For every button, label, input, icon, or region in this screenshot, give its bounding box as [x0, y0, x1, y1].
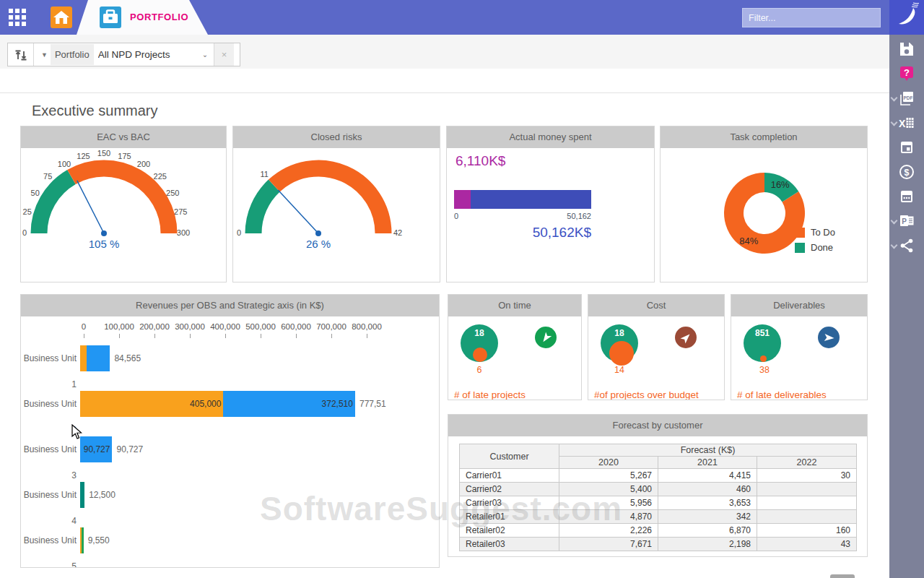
chevron-down-icon[interactable] — [891, 217, 898, 225]
panel-title: On time — [448, 295, 581, 316]
forecast-table: Customer Forecast (K$) 2020 2021 2022 Ca… — [459, 444, 857, 551]
customer-cell: Carrier03 — [460, 496, 559, 510]
baseline-calendar-icon[interactable] — [889, 139, 924, 156]
svg-text:?: ? — [904, 67, 910, 78]
gauge-tick: 150 — [97, 149, 110, 158]
clear-portfolio-button[interactable]: × — [214, 43, 234, 66]
customer-cell: Retailer03 — [460, 538, 559, 551]
panel-deliverables: Deliverables 851 38 # of late deliverabl… — [731, 294, 868, 400]
tune-icon[interactable] — [8, 43, 34, 66]
panel-eac-vs-bac: EAC vs BAC 02550751001251501752002252502… — [20, 126, 227, 282]
axis-max: 50,162 — [567, 212, 591, 220]
svg-text:$: $ — [905, 168, 910, 178]
panel-title: Deliverables — [731, 295, 867, 316]
gauge-tick: 200 — [137, 160, 150, 168]
powerpoint-export-icon: P — [898, 212, 915, 230]
late-deliverables-circle — [760, 355, 767, 362]
spent-bullet-bar — [454, 190, 591, 209]
caret-down-icon[interactable]: ▼ — [41, 51, 48, 59]
customer-cell: Carrier01 — [460, 469, 559, 483]
x-axis-tick — [261, 334, 261, 338]
powerpoint-export-row[interactable]: P — [889, 212, 924, 230]
tab-portfolio-label: PORTFOLIO — [130, 0, 188, 35]
forecast-cell — [757, 483, 857, 496]
excel-export-icon: X — [898, 114, 915, 131]
kpi-caption: # of late deliverables — [737, 389, 827, 400]
x-axis-label: 800,000 — [345, 322, 388, 331]
forecast-cell: 3,653 — [658, 496, 757, 510]
bar-category-label: Business Unit 4 — [21, 482, 80, 534]
late-deliverables-count: 38 — [750, 365, 779, 375]
bar-segment: 90,727 — [80, 436, 112, 462]
table-row: Retailer037,6712,19843 — [460, 538, 857, 551]
over-budget-count: 14 — [605, 365, 634, 375]
share-row[interactable] — [889, 237, 924, 254]
bar-segment: 405,000 — [80, 391, 223, 417]
pdf-export-row[interactable]: PDF — [889, 90, 924, 107]
bar-category-label: Business Unit 1 — [21, 345, 80, 397]
filter-input[interactable] — [742, 8, 881, 27]
app-grid-icon[interactable] — [7, 7, 27, 27]
total-value: 50,162K$ — [454, 225, 591, 241]
panel-title: Closed risks — [233, 126, 440, 148]
bar-row: Business Unit 59,550 — [21, 527, 439, 568]
forecast-cell: 5,956 — [559, 496, 658, 510]
chevron-down-icon[interactable] — [891, 119, 898, 126]
chevron-down-icon[interactable] — [891, 95, 898, 102]
bar-row: Business Unit 390,72790,727 — [21, 436, 439, 482]
schedule-calendar-icon[interactable] — [889, 188, 924, 205]
late-count: 6 — [465, 365, 494, 375]
x-axis-tick — [84, 334, 84, 338]
briefcase-icon[interactable] — [100, 7, 121, 28]
closed-risks-gauge: 0114226 % — [233, 148, 440, 267]
svg-text:P: P — [902, 217, 907, 225]
forecast-cell: 5,267 — [559, 469, 658, 483]
forecast-cell: 2,198 — [658, 538, 757, 551]
spent-axis: 0 50,162 — [454, 212, 591, 220]
x-axis-tick — [154, 334, 155, 338]
panel-task-completion: Task completion 84%16% To Do Done — [660, 126, 868, 282]
gauge-tick: 300 — [177, 228, 190, 237]
panel-title: Revenues per OBS and Strategic axis (in … — [21, 295, 439, 316]
panel-title: Forecast by customer — [448, 415, 867, 436]
bar-segment — [82, 527, 83, 553]
bar-total-label: 12,500 — [89, 482, 116, 508]
help-icon[interactable]: ? — [889, 65, 924, 82]
home-icon[interactable] — [51, 7, 72, 28]
bar-total-label: 777,51 — [359, 391, 386, 417]
forecast-cell: 5,400 — [559, 483, 658, 496]
gauge-tick: 50 — [31, 189, 40, 197]
save-icon[interactable] — [889, 40, 924, 58]
portfolio-toolbar: ▼ Portfolio ⌄ × — [0, 35, 889, 69]
kpi-caption: #of projects over budget — [594, 389, 699, 400]
legend-item: Done — [795, 240, 835, 255]
forecast-cell: 460 — [658, 483, 757, 496]
gauge-tick: 42 — [393, 228, 402, 237]
bar-category-label: Business Unit 3 — [21, 436, 80, 488]
bar-category-label: Business Unit 5 — [21, 527, 80, 568]
cost-icon[interactable]: $ — [889, 163, 924, 181]
excel-export-row[interactable]: X — [889, 114, 924, 131]
page-title: Executive summary — [32, 103, 158, 119]
gauge-value: 26 % — [306, 238, 331, 250]
trend-badge-icon — [818, 327, 840, 348]
gauge-needle — [278, 190, 318, 233]
task-completion-donut: 84%16% — [661, 148, 867, 282]
customer-cell: Retailer01 — [460, 510, 559, 524]
trend-badge-icon — [675, 327, 697, 348]
dashboard-content: Executive summary EAC vs BAC 02550751001… — [0, 92, 889, 578]
chevron-down-icon[interactable] — [891, 242, 898, 249]
panel-title: Actual money spent — [447, 126, 654, 148]
portfolio-select[interactable] — [94, 49, 202, 60]
sciforma-logo — [889, 0, 924, 35]
bar-segment — [87, 345, 110, 371]
panel-revenues: Revenues per OBS and Strategic axis (in … — [20, 294, 440, 568]
forecast-cell — [757, 510, 857, 524]
gauge-tick: 125 — [77, 152, 90, 160]
scroll-handle[interactable] — [830, 574, 855, 578]
chevron-down-icon[interactable]: ⌄ — [202, 51, 208, 59]
kpi-caption: # of late projects — [454, 389, 526, 400]
x-axis-tick — [296, 334, 297, 338]
gauge-tick: 175 — [118, 152, 131, 160]
forecast-cell: 43 — [757, 538, 857, 551]
